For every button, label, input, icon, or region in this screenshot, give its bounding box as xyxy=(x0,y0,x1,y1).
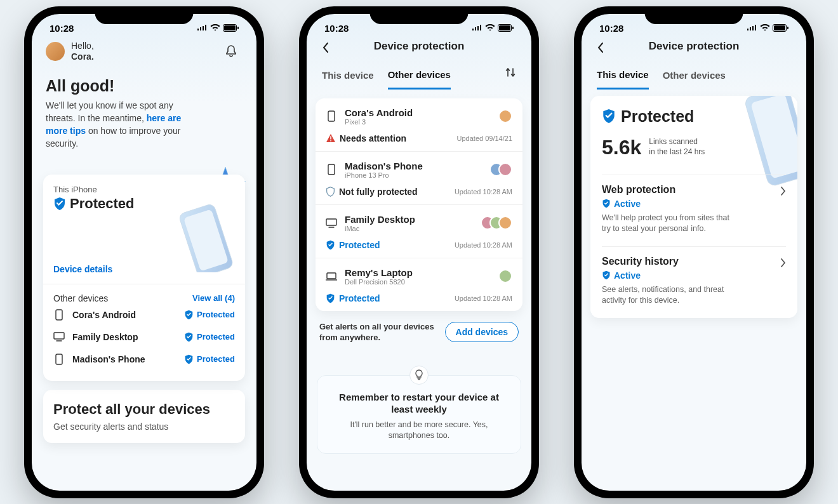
sort-button[interactable] xyxy=(505,67,516,78)
svg-rect-13 xyxy=(328,164,335,175)
bell-icon xyxy=(225,44,237,58)
svg-rect-7 xyxy=(54,333,64,339)
chevron-right-icon xyxy=(781,187,786,196)
shield-check-icon xyxy=(53,197,66,211)
device-row[interactable]: Family DesktopProtected xyxy=(53,326,235,348)
status-icons xyxy=(197,24,239,32)
device-name: Family Desktop xyxy=(72,332,176,342)
device-row[interactable]: Madison's PhoneProtected xyxy=(53,348,235,371)
device-status: Needs attention xyxy=(326,133,406,143)
status-time: 10:28 xyxy=(599,23,623,34)
lightbulb-icon xyxy=(409,366,429,385)
device-list: Cora's AndroidPixel 3Needs attentionUpda… xyxy=(316,98,522,311)
security-history-row[interactable]: Security history Active See alerts, noti… xyxy=(602,246,786,307)
device-type-icon xyxy=(326,218,337,228)
device-status: Protected xyxy=(326,240,380,250)
device-item[interactable]: Family DesktopiMacProtectedUpdated 10:28… xyxy=(316,205,522,258)
promo-title: Protect all your devices xyxy=(53,401,235,418)
web-protection-title: Web protection xyxy=(602,184,786,196)
device-model: iPhone 13 Pro xyxy=(345,171,482,179)
sort-icon xyxy=(505,67,516,78)
shield-check-icon xyxy=(602,109,616,124)
shield-check-icon xyxy=(602,199,611,208)
svg-rect-14 xyxy=(326,219,336,225)
device-name: Cora's Android xyxy=(72,310,176,320)
back-button[interactable] xyxy=(593,40,608,55)
device-updated: Updated 10:28 AM xyxy=(455,241,512,249)
phone-illustration xyxy=(160,202,249,272)
tab-other-devices[interactable]: Other devices xyxy=(388,69,451,90)
device-model: Dell Precision 5820 xyxy=(345,278,491,286)
device-status: Not fully protected xyxy=(326,187,418,197)
device-name: Madison's Phone xyxy=(72,354,176,364)
device-status: Protected xyxy=(184,332,235,342)
page-title: Device protection xyxy=(649,40,740,53)
device-model: Pixel 3 xyxy=(345,118,491,126)
device-details-link[interactable]: Device details xyxy=(53,264,112,274)
chevron-left-icon xyxy=(597,43,604,53)
headline: All good! xyxy=(46,77,243,95)
device-type-icon xyxy=(326,272,337,281)
card-label: This iPhone xyxy=(53,185,235,194)
device-item[interactable]: Madison's PhoneiPhone 13 ProNot fully pr… xyxy=(316,152,522,205)
svg-rect-2 xyxy=(237,27,239,29)
add-devices-button[interactable]: Add devices xyxy=(445,322,519,342)
avatar-group xyxy=(489,162,512,176)
tip-card: Remember to restart your device at least… xyxy=(317,375,521,454)
notifications-button[interactable] xyxy=(220,40,243,63)
card-status: Protected xyxy=(70,196,134,212)
greeting-hello: Hello, xyxy=(71,41,213,51)
links-scanned-count: 5.6k xyxy=(602,136,641,159)
svg-rect-8 xyxy=(56,354,62,364)
promo-subtitle: Get security alerts and status xyxy=(53,421,235,432)
chevron-right-icon xyxy=(781,258,786,267)
alert-text: Get alerts on all your devices from anyw… xyxy=(319,321,436,343)
tab-this-device[interactable]: This device xyxy=(597,69,649,90)
security-history-title: Security history xyxy=(602,256,786,267)
shield-check-icon xyxy=(602,270,611,280)
device-model: iMac xyxy=(345,225,473,232)
device-row[interactable]: Cora's AndroidProtected xyxy=(53,303,235,326)
device-status: Protected xyxy=(184,310,235,320)
tab-other-devices[interactable]: Other devices xyxy=(663,70,726,88)
phone-mockup-2: 10:28 Device protection This device Othe… xyxy=(299,6,539,498)
this-device-card: This iPhone Protected Device details Oth… xyxy=(43,175,245,381)
device-type-icon xyxy=(53,354,65,365)
phone-mockup-3: 10:28 Device protection This device Othe… xyxy=(574,6,814,498)
device-updated: Updated 09/14/21 xyxy=(457,135,512,142)
device-type-icon xyxy=(53,309,65,321)
tab-this-device[interactable]: This device xyxy=(322,70,374,88)
device-type-icon xyxy=(53,332,65,342)
phone-mockup-1: 10:28 Hello, Cora. All good! We'll let y… xyxy=(24,6,264,498)
device-name: Cora's Android xyxy=(345,107,491,118)
device-name: Family Desktop xyxy=(345,214,473,225)
web-protection-row[interactable]: Web protection Active We'll help protect… xyxy=(602,175,786,235)
chevron-left-icon xyxy=(323,43,329,53)
svg-rect-12 xyxy=(328,111,335,121)
view-all-link[interactable]: View all (4) xyxy=(192,293,235,303)
device-name: Madison's Phone xyxy=(345,161,482,171)
back-button[interactable] xyxy=(318,40,333,55)
device-item[interactable]: Remy's LaptopDell Precision 5820Protecte… xyxy=(316,258,522,311)
svg-rect-18 xyxy=(787,27,788,29)
device-status: Protected xyxy=(184,354,235,364)
device-updated: Updated 10:28 AM xyxy=(455,188,512,196)
device-status: Protected xyxy=(326,293,380,303)
avatar-group xyxy=(498,269,512,283)
status-time: 10:28 xyxy=(50,23,74,34)
tip-title: Remember to restart your device at least… xyxy=(335,391,503,416)
device-item[interactable]: Cora's AndroidPixel 3Needs attentionUpda… xyxy=(316,98,522,152)
avatar[interactable] xyxy=(46,42,65,61)
svg-rect-1 xyxy=(224,25,236,30)
device-name: Remy's Laptop xyxy=(345,267,491,278)
other-devices-label: Other devices xyxy=(53,293,108,303)
svg-rect-6 xyxy=(56,310,62,320)
greeting-name: Cora. xyxy=(71,51,213,62)
protected-label: Protected xyxy=(621,107,694,126)
this-device-card: Protected 5.6k Links scanned in the last… xyxy=(590,96,797,318)
status-time: 10:28 xyxy=(324,23,349,34)
device-type-icon xyxy=(326,164,337,175)
tip-subtitle: It'll run better and be more secure. Yes… xyxy=(335,420,503,442)
svg-rect-10 xyxy=(499,25,510,30)
svg-rect-15 xyxy=(327,273,336,279)
